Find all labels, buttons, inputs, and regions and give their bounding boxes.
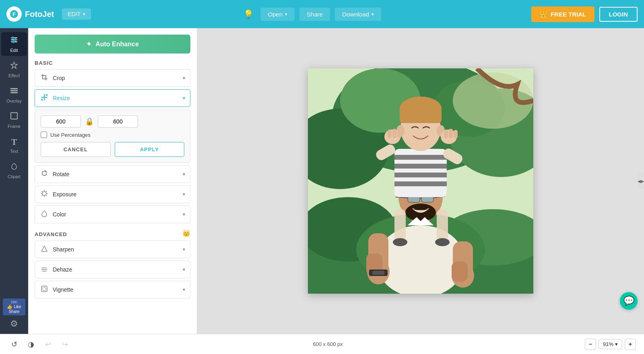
- effect-icon: [10, 61, 19, 72]
- apply-button[interactable]: APPLY: [115, 142, 185, 157]
- chat-bubble-button[interactable]: 💬: [620, 292, 638, 310]
- svg-line-19: [46, 191, 46, 191]
- frame-icon: [10, 111, 19, 122]
- use-percentages-checkbox[interactable]: [41, 132, 47, 138]
- fb-like-box[interactable]: 29K 👍 Like Share: [3, 298, 25, 315]
- undo-icon[interactable]: ↩: [42, 338, 54, 350]
- dehaze-icon: [40, 265, 49, 274]
- sidebar-item-text[interactable]: T Text: [1, 134, 27, 157]
- vignette-icon: [40, 285, 49, 294]
- collapse-icon: ◀▶: [638, 179, 644, 183]
- exposure-caret-icon: ▾: [183, 191, 185, 197]
- svg-rect-63: [394, 209, 406, 241]
- sidebar-item-clipart[interactable]: Clipart: [1, 158, 27, 182]
- settings-icon[interactable]: ⚙: [10, 319, 18, 329]
- sidebar-frame-label: Frame: [8, 124, 21, 129]
- resize-buttons-row: CANCEL APPLY: [41, 142, 184, 157]
- svg-rect-83: [392, 129, 396, 138]
- resize-inputs-panel: 🔒 Use Percentages CANCEL APPLY: [35, 109, 190, 163]
- dehaze-caret-icon: ▾: [183, 267, 185, 272]
- open-button[interactable]: Open ▾: [260, 8, 295, 21]
- sidebar-item-effect[interactable]: Effect: [1, 58, 27, 81]
- sidebar-item-frame[interactable]: Frame: [1, 108, 27, 132]
- logo-icon: F: [6, 6, 22, 22]
- sidebar-item-overlay[interactable]: Overlay: [1, 83, 27, 107]
- use-percentages-label[interactable]: Use Percentages: [50, 132, 91, 138]
- svg-point-7: [12, 41, 14, 43]
- exposure-tool-row[interactable]: Exposure ▾: [35, 185, 190, 203]
- svg-rect-87: [454, 130, 458, 138]
- cancel-button[interactable]: CANCEL: [41, 142, 111, 157]
- svg-rect-75: [400, 108, 442, 123]
- auto-enhance-button[interactable]: ✦ Auto Enhance: [35, 35, 190, 54]
- color-tool-row[interactable]: Color ▾: [35, 206, 190, 223]
- svg-rect-82: [388, 130, 392, 138]
- free-trial-button[interactable]: 👑 FREE TRIAL: [531, 6, 594, 22]
- svg-text:F: F: [12, 11, 16, 17]
- rotate-bottom-icon[interactable]: ↺: [8, 338, 20, 350]
- sidebar-effect-label: Effect: [8, 73, 20, 78]
- svg-rect-64: [437, 209, 448, 241]
- icon-sidebar: Edit Effect Overlay: [0, 28, 28, 334]
- crop-icon: [40, 74, 49, 82]
- image-size-display: 600 x 600 px: [313, 341, 343, 347]
- svg-rect-86: [449, 129, 453, 138]
- zoom-caret-icon: ▾: [615, 341, 618, 347]
- use-percentages-row: Use Percentages: [41, 132, 184, 138]
- lock-icon: 🔒: [85, 117, 94, 126]
- edit-panel: ✦ Auto Enhance BASIC Crop ▾: [28, 28, 197, 334]
- zoom-controls: − 91% ▾ +: [585, 339, 636, 350]
- edit-caret-icon: ▾: [83, 12, 85, 17]
- svg-rect-68: [394, 155, 447, 160]
- bottom-toolbar: ↺ ◑ ↩ ↪ 600 x 600 px − 91% ▾ +: [0, 334, 644, 354]
- svg-rect-62: [372, 271, 384, 275]
- advanced-crown-icon: 👑: [182, 229, 190, 237]
- sharpen-tool-row[interactable]: Sharpen ▾: [35, 241, 190, 258]
- resize-tool-row[interactable]: Resize ▾: [35, 89, 190, 107]
- bulb-icon[interactable]: 💡: [241, 7, 256, 21]
- sidebar-text-label: Text: [10, 149, 18, 154]
- svg-point-65: [393, 238, 407, 246]
- svg-rect-69: [394, 164, 447, 169]
- contrast-bottom-icon[interactable]: ◑: [25, 338, 37, 350]
- download-button[interactable]: Download ▾: [335, 8, 381, 21]
- crop-tool-row[interactable]: Crop ▾: [35, 69, 190, 87]
- color-icon: [40, 210, 49, 219]
- dehaze-tool-row[interactable]: Dehaze ▾: [35, 261, 190, 278]
- resize-height-input[interactable]: [98, 115, 138, 128]
- vignette-tool-row[interactable]: Vignette ▾: [35, 281, 190, 298]
- fb-like-label: 👍 Like: [6, 304, 22, 309]
- collapse-handle[interactable]: ◀▶: [638, 173, 644, 189]
- fb-share-label: Share: [6, 309, 22, 314]
- zoom-in-button[interactable]: +: [625, 339, 636, 350]
- svg-point-5: [14, 39, 17, 41]
- auto-enhance-icon: ✦: [86, 40, 91, 48]
- svg-point-66: [435, 238, 450, 246]
- redo-icon[interactable]: ↪: [59, 338, 71, 350]
- zoom-out-button[interactable]: −: [585, 339, 596, 350]
- resize-width-input[interactable]: [41, 115, 81, 128]
- edit-icon: [10, 35, 19, 46]
- svg-rect-85: [444, 130, 448, 138]
- logo-area: F FotoJet: [6, 6, 54, 22]
- svg-point-12: [42, 191, 46, 196]
- chat-icon: 💬: [623, 296, 634, 306]
- sidebar-overlay-label: Overlay: [6, 99, 22, 103]
- dehaze-label: Dehaze: [53, 266, 183, 273]
- edit-dropdown[interactable]: EDIT ▾: [62, 8, 91, 20]
- vignette-caret-icon: ▾: [183, 287, 185, 292]
- svg-rect-25: [41, 286, 47, 292]
- rotate-tool-row[interactable]: Rotate ▾: [35, 165, 190, 183]
- zoom-level-display[interactable]: 91% ▾: [599, 339, 622, 349]
- resize-caret-icon: ▾: [183, 95, 185, 101]
- crown-icon: 👑: [539, 10, 547, 18]
- svg-rect-70: [394, 173, 447, 177]
- share-button[interactable]: Share: [299, 8, 330, 21]
- main-area: Edit Effect Overlay: [0, 28, 644, 334]
- login-button[interactable]: LOGIN: [599, 7, 638, 22]
- svg-point-4: [12, 37, 14, 39]
- svg-rect-71: [394, 181, 447, 186]
- sidebar-item-edit[interactable]: Edit: [1, 32, 27, 56]
- advanced-section-header: ADVANCED 👑: [35, 226, 190, 241]
- overlay-icon: [10, 86, 19, 97]
